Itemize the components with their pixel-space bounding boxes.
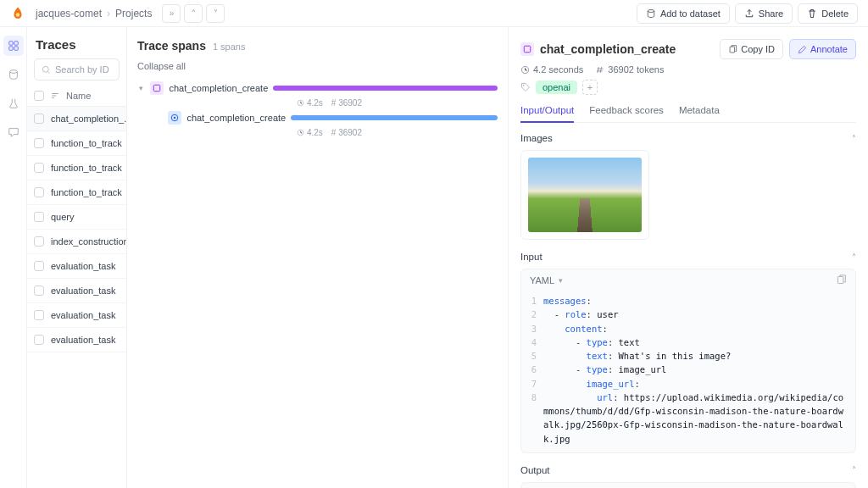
tag-icon — [520, 82, 531, 92]
row-checkbox[interactable] — [34, 310, 44, 320]
code-line: 7 image_url: — [521, 377, 855, 391]
row-checkbox[interactable] — [34, 163, 44, 173]
select-all-checkbox[interactable] — [34, 91, 44, 101]
svg-point-0 — [16, 13, 20, 17]
svg-point-7 — [42, 66, 48, 72]
row-checkbox[interactable] — [34, 236, 44, 247]
search-placeholder: Search by ID — [55, 64, 109, 75]
sort-icon[interactable] — [51, 92, 59, 100]
code-line: 8 url: https://upload.wikimedia.org/wiki… — [521, 391, 855, 446]
copy-icon — [728, 45, 737, 54]
collapse-images-icon[interactable]: ˄ — [852, 134, 856, 143]
input-format-select[interactable]: YAML — [530, 275, 554, 286]
code-line: 6 - type: image_url — [521, 363, 855, 376]
share-button[interactable]: Share — [735, 3, 793, 24]
input-section-label: Input — [520, 252, 542, 262]
span-duration: 4.2s — [297, 128, 323, 137]
expand-button[interactable]: » — [162, 4, 181, 23]
tab-feedback-scores[interactable]: Feedback scores — [589, 105, 664, 122]
breadcrumb-projects[interactable]: Projects — [115, 8, 152, 19]
row-checkbox[interactable] — [34, 187, 44, 197]
row-checkbox[interactable] — [34, 286, 44, 296]
next-button[interactable]: ˅ — [206, 4, 225, 23]
spans-count: 1 spans — [213, 42, 246, 52]
code-line: 5 text: What's in this image? — [521, 349, 855, 363]
trace-row[interactable]: evaluation_task — [27, 254, 126, 279]
image-card[interactable] — [520, 150, 649, 240]
span-name[interactable]: chat_completion_create — [169, 83, 268, 93]
images-section-label: Images — [520, 133, 553, 143]
row-checkbox[interactable] — [34, 261, 44, 271]
tag-openai[interactable]: openai — [536, 80, 577, 94]
svg-rect-5 — [14, 47, 17, 50]
table-header: Name — [27, 86, 126, 107]
trace-row[interactable]: function_to_track — [27, 131, 126, 156]
brand-logo — [10, 6, 25, 21]
svg-rect-2 — [8, 42, 12, 45]
svg-rect-13 — [524, 46, 531, 53]
name-header[interactable]: Name — [66, 91, 91, 101]
trace-row[interactable]: function_to_track — [27, 180, 126, 205]
row-name: query — [51, 212, 75, 222]
svg-point-6 — [9, 70, 17, 74]
span-duration: 4.2s — [297, 98, 323, 108]
row-name: evaluation_task — [51, 335, 115, 345]
prev-button[interactable]: ˄ — [184, 4, 203, 23]
row-checkbox[interactable] — [34, 212, 44, 222]
row-name: evaluation_task — [51, 261, 115, 271]
tab-metadata[interactable]: Metadata — [679, 105, 720, 122]
icon-rail — [0, 27, 27, 488]
tokens-value: 36902 tokens — [608, 64, 664, 75]
span-name[interactable]: chat_completion_create — [186, 113, 286, 123]
row-checkbox[interactable] — [34, 114, 44, 124]
nav-feedback-icon[interactable] — [3, 122, 24, 142]
search-input[interactable]: Search by ID — [34, 58, 120, 80]
spans-panel: Trace spans 1 spans Collapse all ▾chat_c… — [127, 27, 509, 488]
collapse-input-icon[interactable]: ˄ — [852, 252, 856, 262]
chevron-down-icon: ▾ — [559, 276, 563, 285]
trace-row[interactable]: index_construction — [27, 230, 126, 254]
row-name: chat_completion_... — [51, 114, 126, 124]
traces-title: Traces — [27, 27, 126, 58]
code-line: 1messages: — [521, 294, 855, 308]
row-name: evaluation_task — [51, 310, 115, 320]
row-name: function_to_track — [51, 187, 122, 197]
svg-point-11 — [174, 117, 176, 119]
span-tokens: # 36902 — [331, 128, 362, 137]
collapse-output-icon[interactable]: ˄ — [852, 465, 856, 474]
row-checkbox[interactable] — [34, 335, 44, 345]
tab-input-output[interactable]: Input/Output — [520, 105, 574, 123]
trace-row[interactable]: evaluation_task — [27, 328, 126, 352]
detail-panel: chat_completion_create Copy ID Annotate … — [509, 27, 868, 488]
svg-point-16 — [523, 85, 525, 86]
delete-button[interactable]: Delete — [798, 3, 858, 24]
chevron-down-icon[interactable]: ▾ — [137, 84, 145, 92]
svg-rect-3 — [14, 42, 17, 45]
row-name: index_construction — [51, 236, 126, 247]
svg-rect-4 — [8, 47, 12, 50]
code-line: 3 content: — [521, 322, 855, 336]
trace-row[interactable]: evaluation_task — [27, 279, 126, 303]
trace-row[interactable]: evaluation_task — [27, 303, 126, 328]
trace-row[interactable]: function_to_track — [27, 156, 126, 180]
row-checkbox[interactable] — [34, 138, 44, 148]
trace-row[interactable]: chat_completion_... — [27, 107, 126, 131]
copy-input-button[interactable] — [836, 274, 847, 286]
output-section-label: Output — [520, 465, 550, 475]
nav-datasets-icon[interactable] — [3, 64, 24, 85]
trace-row[interactable]: query — [27, 205, 126, 230]
duration-value: 4.2 seconds — [533, 64, 583, 75]
add-tag-button[interactable]: + — [582, 80, 598, 95]
annotate-button[interactable]: Annotate — [789, 39, 856, 59]
database-icon — [646, 8, 656, 19]
add-to-dataset-button[interactable]: Add to dataset — [637, 3, 730, 24]
copy-id-button[interactable]: Copy ID — [720, 39, 783, 59]
svg-point-1 — [648, 9, 654, 12]
detail-tabs: Input/Output Feedback scores Metadata — [520, 105, 856, 123]
nav-experiments-icon[interactable] — [3, 93, 24, 114]
row-name: evaluation_task — [51, 286, 115, 296]
collapse-all-button[interactable]: Collapse all — [137, 61, 498, 71]
span-icon — [150, 81, 164, 95]
breadcrumb-workspace[interactable]: jacques-comet — [36, 8, 102, 19]
nav-traces-icon[interactable] — [3, 36, 24, 56]
